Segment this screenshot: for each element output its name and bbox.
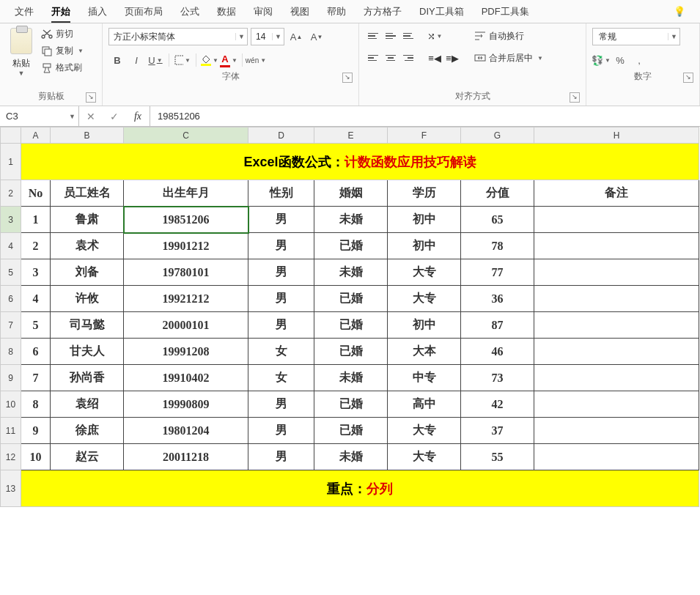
cell[interactable]: 高中 xyxy=(388,391,461,418)
cell[interactable]: 男 xyxy=(248,207,314,233)
cell[interactable]: 2 xyxy=(21,233,51,259)
menu-home[interactable]: 开始 xyxy=(43,1,79,23)
select-all-corner[interactable] xyxy=(1,128,21,144)
cell[interactable]: 未婚 xyxy=(314,444,388,470)
cell[interactable]: 9 xyxy=(21,418,51,444)
alignment-launcher[interactable]: ↘ xyxy=(570,92,580,103)
orientation-button[interactable]: ⤭▼ xyxy=(427,28,443,44)
cell[interactable]: 19921212 xyxy=(124,286,248,312)
menu-file[interactable]: 文件 xyxy=(6,1,43,23)
row-header-7[interactable]: 7 xyxy=(1,312,21,339)
cell[interactable]: 已婚 xyxy=(314,339,388,365)
cell[interactable]: 男 xyxy=(248,391,314,418)
chevron-down-icon[interactable]: ▼ xyxy=(18,70,25,77)
col-header-E[interactable]: E xyxy=(314,128,388,144)
align-left-button[interactable] xyxy=(365,50,381,66)
decrease-indent-button[interactable]: ≡◀ xyxy=(427,50,443,66)
cell[interactable]: 未婚 xyxy=(314,207,388,233)
cut-button[interactable]: 剪切 xyxy=(41,28,84,40)
cell[interactable] xyxy=(534,207,699,233)
chevron-down-icon[interactable]: ▼ xyxy=(235,33,247,40)
cell[interactable]: 鲁肃 xyxy=(51,207,124,233)
cell[interactable]: 男 xyxy=(248,418,314,444)
menu-pagelayout[interactable]: 页面布局 xyxy=(116,1,172,23)
row-header-2[interactable]: 2 xyxy=(1,180,21,207)
chevron-down-icon[interactable]: ▼ xyxy=(668,33,679,40)
cell[interactable]: 7 xyxy=(21,365,51,391)
cell[interactable] xyxy=(534,391,699,418)
cell[interactable] xyxy=(534,259,699,286)
cell[interactable]: 20000101 xyxy=(124,312,248,339)
accounting-format-button[interactable]: 💱▼ xyxy=(592,51,610,69)
cell[interactable]: 大专 xyxy=(388,259,461,286)
cell[interactable]: 大专 xyxy=(388,418,461,444)
chevron-down-icon[interactable]: ▼ xyxy=(537,55,543,62)
cell[interactable]: 女 xyxy=(248,339,314,365)
cell[interactable]: 中专 xyxy=(388,365,461,391)
cell[interactable]: 20011218 xyxy=(124,444,248,470)
increase-font-button[interactable]: A▲ xyxy=(287,28,305,45)
cell[interactable] xyxy=(534,312,699,339)
cell[interactable]: 许攸 xyxy=(51,286,124,312)
cell[interactable]: 36 xyxy=(461,286,534,312)
row-header-10[interactable]: 10 xyxy=(1,391,21,418)
clipboard-launcher[interactable]: ↘ xyxy=(86,92,96,103)
cell[interactable]: 初中 xyxy=(388,207,461,233)
decrease-font-button[interactable]: A▼ xyxy=(308,28,325,45)
cell[interactable]: 大专 xyxy=(388,444,461,470)
col-header-A[interactable]: A xyxy=(21,128,51,144)
title-cell[interactable]: Excel函数公式：计数函数应用技巧解读 xyxy=(21,144,699,180)
cell[interactable] xyxy=(534,233,699,259)
cell[interactable]: 已婚 xyxy=(314,418,388,444)
number-launcher[interactable]: ↘ xyxy=(683,73,693,83)
cell[interactable]: 46 xyxy=(461,339,534,365)
underline-button[interactable]: U▼ xyxy=(147,51,164,69)
cell[interactable]: 78 xyxy=(461,233,534,259)
spreadsheet-grid[interactable]: A B C D E F G H 1 Excel函数公式：计数函数应用技巧解读 2… xyxy=(0,127,700,507)
cell[interactable]: 37 xyxy=(461,418,534,444)
col-header-F[interactable]: F xyxy=(388,128,461,144)
cell[interactable]: 甘夫人 xyxy=(51,339,124,365)
cell[interactable]: 初中 xyxy=(388,312,461,339)
paste-button[interactable]: 粘贴 ▼ xyxy=(6,28,37,77)
cell[interactable]: 男 xyxy=(248,259,314,286)
cell[interactable]: 赵云 xyxy=(51,444,124,470)
cell[interactable]: 孙尚香 xyxy=(51,365,124,391)
footer-cell[interactable]: 重点：分列 xyxy=(21,470,699,507)
align-middle-button[interactable] xyxy=(383,28,399,44)
name-box[interactable]: C3 ▼ xyxy=(0,106,79,126)
cell[interactable]: 已婚 xyxy=(314,391,388,418)
cell[interactable]: 19910402 xyxy=(124,365,248,391)
cell[interactable]: 4 xyxy=(21,286,51,312)
row-header-11[interactable]: 11 xyxy=(1,418,21,444)
row-header-6[interactable]: 6 xyxy=(1,286,21,312)
cell[interactable]: 初中 xyxy=(388,233,461,259)
cell[interactable]: 65 xyxy=(461,207,534,233)
row-header-3[interactable]: 3 xyxy=(1,207,21,233)
align-top-button[interactable] xyxy=(365,28,381,44)
cell[interactable]: 42 xyxy=(461,391,534,418)
merge-center-button[interactable]: 合并后居中 ▼ xyxy=(471,50,547,66)
header-note[interactable]: 备注 xyxy=(534,180,699,207)
col-header-B[interactable]: B xyxy=(51,128,124,144)
cell[interactable]: 19780101 xyxy=(124,259,248,286)
fill-color-button[interactable]: ▼ xyxy=(201,51,218,69)
cell[interactable]: 男 xyxy=(248,444,314,470)
cell[interactable]: 已婚 xyxy=(314,286,388,312)
cell[interactable]: 19801204 xyxy=(124,418,248,444)
align-bottom-button[interactable] xyxy=(400,28,416,44)
menu-pdf[interactable]: PDF工具集 xyxy=(473,1,538,23)
cell[interactable]: 未婚 xyxy=(314,259,388,286)
header-marital[interactable]: 婚姻 xyxy=(314,180,388,207)
menu-data[interactable]: 数据 xyxy=(208,1,245,23)
number-format-combo[interactable]: 常规 ▼ xyxy=(592,28,680,45)
cell[interactable] xyxy=(534,365,699,391)
formula-input[interactable]: 19851206 xyxy=(150,106,700,126)
cell[interactable]: 55 xyxy=(461,444,534,470)
row-header-4[interactable]: 4 xyxy=(1,233,21,259)
cell[interactable]: 已婚 xyxy=(314,312,388,339)
copy-button[interactable]: 复制 ▼ xyxy=(41,45,84,57)
cell[interactable]: 男 xyxy=(248,233,314,259)
menu-diy[interactable]: DIY工具箱 xyxy=(410,1,473,23)
cell[interactable]: 已婚 xyxy=(314,233,388,259)
